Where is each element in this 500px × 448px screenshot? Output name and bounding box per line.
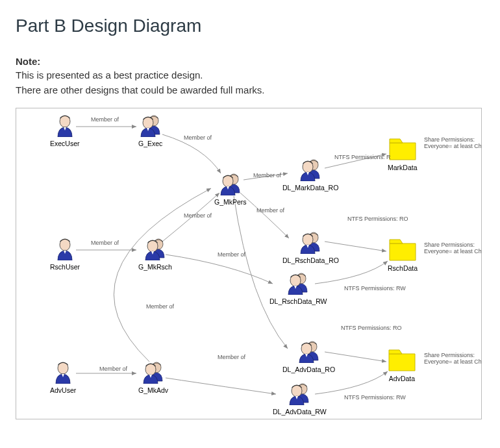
- edge-label: Member of: [91, 240, 119, 246]
- node-folder-adv: AdvData: [388, 349, 416, 382]
- node-label: DL_RschData_RW: [269, 297, 327, 305]
- node-exec-user: ExecUser: [50, 115, 80, 147]
- group-icon: [144, 238, 166, 260]
- node-label: RschData: [388, 264, 418, 272]
- edge-label: Member of: [99, 366, 127, 372]
- group-icon: [287, 273, 309, 295]
- ntfs-perm-label: NTFS Permissions: RO: [341, 325, 402, 331]
- share-line-2: Everyone= at least Change: [424, 143, 482, 149]
- folder-icon: [388, 349, 416, 372]
- node-folder-rsch: RschData: [388, 238, 418, 272]
- node-label: AdvData: [388, 375, 416, 382]
- edge-label: Member of: [146, 303, 174, 310]
- diagram-canvas: ExecUser RschUser AdvUser G_Exec G_MkRsc…: [16, 108, 482, 419]
- node-dl-rsch-ro: DL_RschData_RO: [282, 232, 339, 264]
- folder-icon: [388, 138, 417, 161]
- note-heading: Note:: [16, 56, 484, 67]
- folder-icon: [388, 238, 417, 262]
- edge-label: Member of: [184, 212, 212, 219]
- group-icon: [140, 115, 162, 137]
- node-dl-adv-ro: DL_AdvData_RO: [282, 341, 335, 373]
- node-dl-adv-rw: DL_AdvData_RW: [273, 383, 327, 416]
- node-label: DL_AdvData_RO: [282, 366, 335, 373]
- node-g-exec: G_Exec: [138, 115, 162, 147]
- user-icon: [52, 362, 74, 384]
- share-perm-label: Share Permissions: Everyone= at least Ch…: [424, 242, 482, 255]
- edge-label: Member of: [218, 251, 245, 258]
- note-line-2: There are other designs that could be aw…: [16, 83, 484, 98]
- ntfs-perm-label: NTFS Permissions: RO: [347, 216, 408, 222]
- node-label: G_MkAdv: [138, 386, 168, 394]
- user-icon: [54, 115, 76, 137]
- node-label: AdvUser: [50, 386, 76, 394]
- node-dl-mark-ro: DL_MarkData_RO: [282, 159, 338, 192]
- share-line-1: Share Permissions:: [424, 352, 475, 358]
- user-icon: [54, 238, 76, 260]
- node-rsch-user: RschUser: [50, 238, 80, 271]
- note-line-1: This is presented as a best practice des…: [16, 68, 484, 83]
- node-label: DL_RschData_RO: [282, 256, 339, 264]
- node-folder-mark: MarkData: [388, 138, 418, 171]
- ntfs-perm-label: NTFS Permissions: RW: [344, 285, 406, 292]
- ntfs-perm-label: NTFS Permissions: R: [334, 154, 391, 160]
- group-icon: [219, 173, 242, 195]
- group-icon: [299, 159, 321, 181]
- node-label: DL_MarkData_RO: [282, 184, 338, 192]
- share-line-1: Share Permissions:: [424, 136, 475, 143]
- group-icon: [142, 362, 164, 384]
- page-title: Part B Design Diagram: [16, 16, 484, 36]
- share-line-1: Share Permissions:: [424, 242, 475, 248]
- edge-label: Member of: [253, 172, 281, 179]
- node-adv-user: AdvUser: [50, 362, 76, 394]
- node-g-mkpers: G_MkPers: [214, 173, 247, 206]
- group-icon: [288, 383, 310, 405]
- node-label: G_Exec: [138, 140, 162, 147]
- edge-label: Member of: [91, 116, 119, 123]
- share-perm-label: Share Permissions: Everyone= at least Ch…: [424, 353, 482, 366]
- edge-label: Member of: [184, 134, 212, 141]
- node-label: DL_AdvData_RW: [273, 408, 327, 416]
- share-line-2: Everyone= at least Change: [424, 248, 482, 255]
- group-icon: [298, 341, 320, 363]
- node-label: G_MkRsch: [138, 263, 172, 271]
- node-label: RschUser: [50, 263, 80, 271]
- node-label: G_MkPers: [214, 198, 247, 206]
- group-icon: [299, 232, 321, 254]
- share-line-2: Everyone= at least Change: [424, 358, 482, 365]
- node-label: MarkData: [388, 164, 418, 171]
- node-g-mkrsch: G_MkRsch: [138, 238, 172, 271]
- node-label: ExecUser: [50, 140, 80, 147]
- node-g-mkadv: G_MkAdv: [138, 362, 168, 394]
- share-perm-label: Share Permissions: Everyone= at least Ch…: [424, 137, 482, 150]
- edge-label: Member of: [218, 354, 245, 360]
- edge-label: Member of: [256, 207, 284, 214]
- node-dl-rsch-rw: DL_RschData_RW: [269, 273, 327, 305]
- ntfs-perm-label: NTFS Permissions: RW: [344, 394, 406, 401]
